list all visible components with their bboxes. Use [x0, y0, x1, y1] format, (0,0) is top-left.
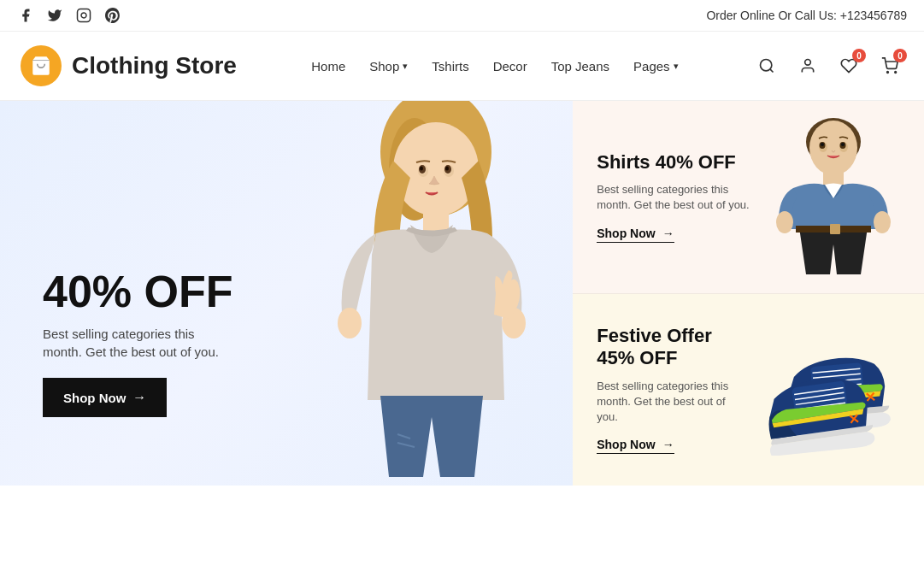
festive-promo-info: Festive Offer 45% OFF Best selling categ… — [597, 325, 746, 454]
svg-rect-11 — [423, 210, 449, 232]
svg-line-4 — [770, 69, 774, 73]
hero-discount: 40% OFF — [43, 268, 233, 316]
svg-point-5 — [805, 60, 811, 66]
shirts-promo-subtitle: Best selling categories this month. Get … — [597, 182, 750, 213]
nav-top-jeans[interactable]: Top Jeans — [551, 59, 609, 74]
logo-text: Clothing Store — [72, 52, 237, 79]
nav-shop[interactable]: Shop ▾ — [369, 59, 408, 74]
twitter-icon[interactable] — [46, 7, 63, 24]
wishlist-badge: 0 — [852, 49, 866, 62]
shop-dropdown-icon: ▾ — [403, 61, 408, 72]
facebook-icon[interactable] — [17, 7, 34, 24]
festive-promo-subtitle: Best selling categories this month. Get … — [597, 379, 746, 426]
main-nav: Home Shop ▾ Tshirts Decor Top Jeans Page… — [311, 59, 678, 74]
pages-dropdown-icon: ▾ — [674, 61, 679, 72]
svg-point-34 — [841, 143, 845, 146]
festive-promo-title: Festive Offer 45% OFF — [597, 325, 746, 370]
shirts-promo-info: Shirts 40% OFF Best selling categories t… — [597, 151, 768, 243]
nav-pages[interactable]: Pages ▾ — [633, 59, 679, 74]
nav-decor[interactable]: Decor — [493, 59, 527, 74]
header-actions: 0 0 — [753, 52, 903, 79]
svg-point-33 — [821, 143, 824, 146]
shirts-promo-title: Shirts 40% OFF — [597, 151, 768, 174]
instagram-icon[interactable] — [75, 7, 92, 24]
svg-point-12 — [338, 308, 362, 338]
top-bar: Order Online Or Call Us: +123456789 — [0, 0, 924, 32]
svg-point-10 — [393, 122, 479, 216]
shirts-arrow-icon: → — [662, 227, 674, 240]
header: Clothing Store Home Shop ▾ Tshirts Decor… — [0, 32, 924, 101]
promo-panels: Shirts 40% OFF Best selling categories t… — [573, 101, 924, 486]
svg-point-3 — [760, 60, 771, 71]
search-icon[interactable] — [753, 52, 780, 79]
svg-rect-28 — [830, 224, 840, 234]
logo-area: Clothing Store — [21, 45, 237, 86]
cart-icon[interactable]: 0 — [876, 52, 903, 79]
shirts-promo-panel: Shirts 40% OFF Best selling categories t… — [573, 101, 924, 294]
shoes-product-image: ✕ — [746, 321, 900, 458]
pinterest-icon[interactable] — [104, 7, 121, 24]
hero-shop-now-button[interactable]: Shop Now → — [43, 378, 167, 417]
svg-point-21 — [445, 167, 449, 171]
svg-point-23 — [809, 121, 857, 175]
hero-banner: 40% OFF Best selling categories this mon… — [0, 101, 573, 486]
contact-text: Order Online Or Call Us: +123456789 — [706, 9, 907, 22]
user-icon[interactable] — [794, 52, 821, 79]
hero-subtitle: Best selling categories this month. Get … — [43, 325, 231, 361]
festive-promo-panel: Festive Offer 45% OFF Best selling categ… — [573, 294, 924, 486]
svg-point-20 — [420, 167, 423, 171]
svg-point-6 — [887, 72, 889, 74]
hero-arrow-icon: → — [132, 390, 146, 405]
shirts-shop-now-button[interactable]: Shop Now → — [597, 227, 674, 243]
svg-rect-0 — [78, 9, 91, 22]
svg-text:✕: ✕ — [847, 412, 860, 428]
svg-point-25 — [776, 211, 793, 233]
festive-arrow-icon: → — [662, 438, 674, 451]
nav-home[interactable]: Home — [311, 59, 345, 74]
main-content: 40% OFF Best selling categories this mon… — [0, 101, 924, 486]
svg-point-7 — [895, 72, 897, 74]
wishlist-icon[interactable]: 0 — [835, 52, 862, 79]
svg-point-26 — [874, 211, 891, 233]
hero-text: 40% OFF Best selling categories this mon… — [43, 268, 233, 417]
logo-icon — [21, 45, 62, 86]
social-icons — [17, 7, 121, 24]
nav-tshirts[interactable]: Tshirts — [432, 59, 468, 74]
cart-badge: 0 — [893, 49, 907, 62]
festive-shop-now-button[interactable]: Shop Now → — [597, 438, 674, 454]
shirts-product-image — [768, 118, 900, 276]
